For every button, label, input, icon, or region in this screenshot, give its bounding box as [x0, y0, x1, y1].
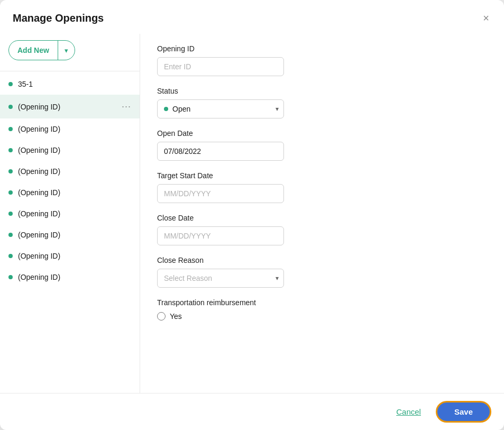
sidebar-item-label-3: (Opening ID)	[18, 146, 131, 154]
sidebar-dot-selected	[8, 105, 13, 109]
save-button[interactable]: Save	[436, 401, 491, 423]
open-date-group: Open Date	[157, 129, 487, 161]
target-start-date-group: Target Start Date	[157, 171, 487, 203]
close-reason-label: Close Reason	[157, 256, 487, 264]
sidebar-item-label-selected: (Opening ID)	[18, 103, 122, 111]
sidebar: Add New ▾ 35-1 (Opening ID) ···	[0, 34, 140, 393]
target-start-date-label: Target Start Date	[157, 171, 487, 180]
modal-body: Add New ▾ 35-1 (Opening ID) ···	[0, 34, 504, 393]
close-date-label: Close Date	[157, 214, 487, 222]
sidebar-list: 35-1 (Opening ID) ··· (Opening ID) (Open…	[0, 74, 140, 393]
sidebar-item-5[interactable]: (Opening ID)	[0, 182, 140, 203]
main-form: Opening ID Status Open ▾ Open Date	[140, 34, 504, 393]
close-date-input[interactable]	[157, 226, 284, 245]
sidebar-item-35-1[interactable]: 35-1	[0, 74, 140, 95]
transportation-yes-radio[interactable]	[157, 312, 166, 321]
sidebar-dot-6	[8, 212, 13, 216]
status-group: Status Open ▾	[157, 87, 487, 118]
sidebar-item-label-5: (Opening ID)	[18, 188, 131, 197]
opening-id-label: Opening ID	[157, 44, 487, 53]
sidebar-item-menu-icon[interactable]: ···	[122, 101, 131, 112]
sidebar-item-9[interactable]: (Opening ID)	[0, 267, 140, 288]
manage-openings-modal: Manage Openings × Add New ▾ 35-1	[0, 0, 504, 430]
add-new-label: Add New	[9, 42, 58, 58]
sidebar-item-label-4: (Opening ID)	[18, 167, 131, 176]
sidebar-dot-8	[8, 254, 13, 258]
transportation-yes-option: Yes	[157, 312, 487, 321]
status-value: Open	[172, 105, 190, 113]
transportation-yes-label: Yes	[170, 312, 182, 321]
sidebar-item-label-9: (Opening ID)	[18, 273, 131, 281]
sidebar-dot-2	[8, 127, 13, 131]
sidebar-item-label-35-1: 35-1	[18, 80, 131, 88]
transportation-label: Transportation reimbursement	[157, 298, 487, 307]
add-new-arrow-icon: ▾	[58, 43, 75, 58]
add-new-button[interactable]: Add New ▾	[8, 40, 75, 60]
cancel-button[interactable]: Cancel	[390, 403, 427, 420]
add-new-button-wrap: Add New ▾	[0, 34, 140, 69]
modal-footer: Cancel Save	[0, 393, 504, 430]
transportation-group: Transportation reimbursement Yes	[157, 298, 487, 321]
open-date-input[interactable]	[157, 142, 284, 161]
close-date-group: Close Date	[157, 214, 487, 245]
status-dot-icon	[164, 107, 168, 111]
sidebar-item-3[interactable]: (Opening ID)	[0, 140, 140, 161]
open-date-label: Open Date	[157, 129, 487, 138]
status-select-wrap: Open ▾	[157, 99, 284, 118]
sidebar-item-6[interactable]: (Opening ID)	[0, 203, 140, 224]
close-button[interactable]: ×	[481, 11, 491, 25]
target-start-date-input[interactable]	[157, 184, 284, 203]
sidebar-dot-7	[8, 233, 13, 237]
sidebar-item-4[interactable]: (Opening ID)	[0, 161, 140, 182]
sidebar-dot-9	[8, 275, 13, 279]
sidebar-dot-35-1	[8, 82, 13, 86]
sidebar-item-label-7: (Opening ID)	[18, 231, 131, 239]
sidebar-item-7[interactable]: (Opening ID)	[0, 224, 140, 245]
opening-id-group: Opening ID	[157, 44, 487, 76]
sidebar-item-label-2: (Opening ID)	[18, 125, 131, 133]
close-reason-select[interactable]: Select Reason	[157, 269, 284, 288]
sidebar-item-label-6: (Opening ID)	[18, 209, 131, 218]
sidebar-item-2[interactable]: (Opening ID)	[0, 118, 140, 140]
modal-title: Manage Openings	[13, 12, 104, 24]
close-reason-group: Close Reason Select Reason ▾	[157, 256, 487, 288]
close-reason-select-wrap: Select Reason ▾	[157, 269, 284, 288]
close-reason-placeholder: Select Reason	[164, 274, 212, 282]
status-label: Status	[157, 87, 487, 95]
sidebar-dot-3	[8, 148, 13, 152]
sidebar-dot-4	[8, 169, 13, 173]
opening-id-input[interactable]	[157, 57, 284, 76]
modal-header: Manage Openings ×	[0, 0, 504, 34]
sidebar-divider	[0, 71, 140, 71]
sidebar-item-8[interactable]: (Opening ID)	[0, 245, 140, 267]
status-select[interactable]: Open	[157, 99, 284, 118]
sidebar-item-opening-selected[interactable]: (Opening ID) ···	[0, 95, 140, 118]
sidebar-item-label-8: (Opening ID)	[18, 252, 131, 260]
sidebar-dot-5	[8, 190, 13, 195]
